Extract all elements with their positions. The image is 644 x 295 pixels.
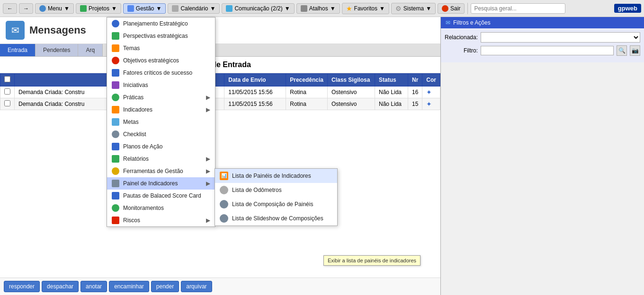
submenu-item-icon — [220, 214, 228, 223]
row-checkbox-1[interactable] — [4, 100, 10, 106]
row-class-0: Ostensivo — [327, 87, 375, 98]
filters-body: Relacionada: Filtro: 🔍 📷 — [441, 28, 644, 62]
encaminhar-button[interactable]: encaminhar — [109, 281, 149, 292]
pender-button[interactable]: pender — [151, 281, 179, 292]
forward-button[interactable]: → — [19, 3, 33, 14]
messages-tabs: Entrada Pendentes Arq — [0, 44, 440, 57]
left-panel: ✉ Mensagens Entrada Pendentes Arq Caixa … — [0, 17, 440, 295]
menu-item-label: Temas — [123, 45, 140, 52]
submenu-arrow-icon: ▶ — [206, 180, 210, 187]
comunicacao-chevron-icon: ▼ — [285, 5, 290, 12]
gestao-menu-item-16[interactable]: Riscos▶ — [107, 214, 215, 226]
responder-button[interactable]: responder — [4, 281, 40, 292]
painel-submenu-item-0[interactable]: 📊Lista de Painéis de Indicadores — [215, 169, 337, 183]
menu-item-label: Planos de Ação — [123, 143, 162, 150]
painel-submenu-item-1[interactable]: Lista de Odômetros — [215, 183, 337, 197]
submenu-item-label: Lista de Slideshow de Composições — [232, 215, 323, 222]
gpweb-logo: gpweb — [614, 4, 641, 13]
projetos-label: Projetos — [89, 5, 109, 12]
despachar-button[interactable]: despachar — [42, 281, 79, 292]
filter-search-icon-btn[interactable]: 🔍 — [617, 45, 627, 56]
col-header-class: Class Sigilosa — [327, 74, 375, 87]
gestao-dropdown-menu: Planejamento EstratégicoPerspectivas est… — [107, 17, 215, 227]
favoritos-star-icon: ★ — [346, 5, 352, 12]
sistema-button[interactable]: ⚙ Sistema ▼ — [391, 3, 436, 14]
tab-entrada[interactable]: Entrada — [0, 44, 36, 56]
gestao-menu-item-6[interactable]: Práticas▶ — [107, 91, 215, 104]
gestao-menu-item-10[interactable]: Planos de Ação — [107, 140, 215, 153]
gestao-button[interactable]: Gestão ▼ — [123, 3, 166, 14]
row-status-1: Não Lida — [375, 98, 408, 110]
gestao-menu-item-0[interactable]: Planejamento Estratégico — [107, 17, 215, 30]
main-content: ✉ Mensagens Entrada Pendentes Arq Caixa … — [0, 17, 644, 295]
favoritos-label: Favoritos — [354, 5, 377, 12]
menu-item-icon — [112, 192, 119, 200]
right-panel: ✉ Filtros e Ações Relacionada: Filtro: 🔍… — [440, 17, 644, 295]
sair-label: Sair — [450, 5, 460, 12]
menu-item-icon — [112, 130, 119, 138]
select-all-checkbox[interactable] — [4, 76, 10, 82]
gestao-menu-item-5[interactable]: Iniciativas — [107, 79, 215, 91]
gestao-icon — [127, 5, 134, 12]
sair-button[interactable]: Sair — [438, 3, 465, 14]
filter-clear-icon-btn[interactable]: 📷 — [630, 45, 640, 56]
inbox-title: Caixa de Entrada — [0, 57, 440, 73]
gestao-menu-item-15[interactable]: Monitoramentos — [107, 202, 215, 214]
gestao-menu-item-14[interactable]: Pautas de Balaced Score Card — [107, 190, 215, 202]
row-prec-1: Rotina — [286, 98, 328, 110]
submenu-item-icon — [220, 186, 228, 194]
arquivar-button[interactable]: arquivar — [181, 281, 212, 292]
favoritos-button[interactable]: ★ Favoritos ▼ — [342, 3, 389, 14]
back-button[interactable]: ← — [3, 3, 17, 14]
filter-relacionada-label: Relacionada: — [445, 34, 478, 41]
submenu-arrow-icon: ▶ — [206, 94, 210, 101]
filter-filtro-input[interactable] — [481, 46, 614, 55]
gestao-menu-item-1[interactable]: Perspectivas estratégicas — [107, 30, 215, 42]
gestao-menu-item-11[interactable]: Relatórios▶ — [107, 153, 215, 165]
filter-relacionada-select[interactable] — [481, 32, 640, 43]
gestao-menu-item-3[interactable]: Objetivos estratégicos — [107, 54, 215, 67]
menu-item-label: Fatores críticos de sucesso — [123, 69, 192, 76]
table-row[interactable]: Demanda Criada: Constru Renato 11/05/201… — [0, 87, 440, 98]
gestao-menu-item-2[interactable]: Temas — [107, 42, 215, 54]
anotar-button[interactable]: anotar — [80, 281, 107, 292]
row-checkbox-0[interactable] — [4, 88, 10, 95]
tab-pendentes[interactable]: Pendentes — [36, 44, 78, 56]
gpweb-label: gpweb — [618, 5, 637, 12]
menu-item-icon — [112, 94, 119, 101]
table-row[interactable]: Demanda Criada: Constru Renato 11/05/201… — [0, 98, 440, 110]
messages-tbody: Demanda Criada: Constru Renato 11/05/201… — [0, 87, 440, 110]
tab-arq[interactable]: Arq — [78, 44, 103, 56]
calendario-button[interactable]: Calendário ▼ — [168, 3, 220, 14]
projetos-button[interactable]: Projetos ▼ — [76, 3, 121, 14]
menu-item-icon — [112, 69, 119, 77]
col-header-nr: Nr — [408, 74, 422, 87]
filters-header: ✉ Filtros e Ações — [441, 17, 644, 28]
menu-item-icon — [112, 217, 119, 224]
menu-icon — [39, 5, 46, 12]
col-header-date: Data de Envio — [224, 74, 286, 87]
sistema-gear-icon: ⚙ — [395, 5, 402, 12]
atalhos-button[interactable]: Atalhos ▼ — [296, 3, 340, 14]
gestao-menu-item-7[interactable]: Indicadores▶ — [107, 104, 215, 116]
painel-submenu-item-2[interactable]: Lista de Composição de Painéis — [215, 197, 337, 211]
gestao-menu-item-8[interactable]: Metas — [107, 116, 215, 128]
painel-submenu-item-3[interactable]: Lista de Slideshow de Composições — [215, 211, 337, 226]
atalhos-icon — [301, 5, 307, 12]
comunicacao-label: Comunicação (2/2) — [234, 5, 282, 12]
gestao-menu-item-4[interactable]: Fatores críticos de sucesso — [107, 67, 215, 79]
gestao-menu-item-12[interactable]: Ferramentas de Gestão▶ — [107, 165, 215, 177]
menu-item-label: Riscos — [123, 217, 140, 224]
comunicacao-button[interactable]: Comunicação (2/2) ▼ — [222, 3, 294, 14]
col-header-checkbox — [0, 74, 15, 87]
gestao-menu-item-13[interactable]: Painel de Indicadores▶ — [107, 177, 215, 190]
row-prec-0: Rotina — [286, 87, 328, 98]
submenu-arrow-icon: ▶ — [206, 106, 210, 113]
gestao-menu-item-9[interactable]: Checklist — [107, 128, 215, 140]
submenu-arrow-icon: ▶ — [206, 217, 210, 224]
menu-item-icon — [112, 106, 119, 113]
search-input[interactable] — [471, 3, 565, 14]
menu-chevron-icon: ▼ — [64, 5, 70, 12]
menu-button[interactable]: Menu ▼ — [35, 3, 74, 14]
messages-title: Mensagens — [29, 24, 86, 36]
